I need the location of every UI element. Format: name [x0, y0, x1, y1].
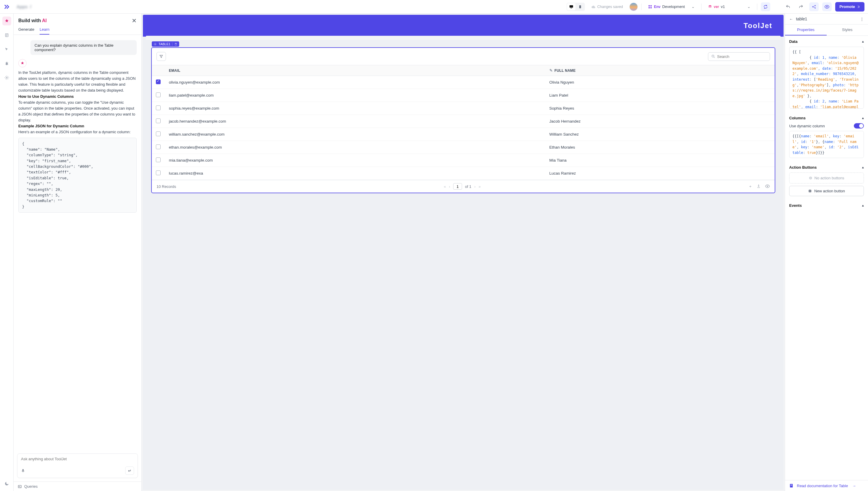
table-filter-button[interactable]	[156, 52, 166, 61]
book-icon	[789, 483, 794, 488]
queries-panel-toggle[interactable]: Queries	[13, 482, 142, 491]
cell-name: Jacob Hernandez	[545, 115, 775, 128]
cell-email: william.sanchez@example.com	[165, 128, 545, 141]
delete-widget-icon[interactable]	[172, 42, 178, 46]
new-action-button[interactable]: New action button	[789, 186, 864, 196]
app-logo[interactable]	[4, 3, 11, 10]
svg-rect-4	[650, 5, 652, 6]
row-checkbox[interactable]	[156, 106, 161, 110]
table-row[interactable]: olivia.nguyen@example.com Olivia Nguyen	[152, 76, 775, 89]
table-row[interactable]: ethan.morales@example.com Ethan Morales	[152, 141, 775, 154]
visibility-icon[interactable]	[765, 184, 770, 189]
gear-icon[interactable]	[154, 42, 157, 46]
section-events-header[interactable]: Events▴	[789, 203, 864, 208]
environment-selector[interactable]: Env Development ⌄	[645, 4, 698, 9]
rail-pages-button[interactable]	[2, 31, 11, 39]
props-back-button[interactable]: ←	[789, 17, 793, 21]
mic-icon[interactable]	[21, 468, 25, 473]
cell-name: Liam Patel	[545, 89, 775, 102]
table-search-input[interactable]	[717, 54, 767, 59]
props-menu-button[interactable]: ⋮	[860, 17, 864, 21]
table-row[interactable]: mia.tiana@example.com Mia Tiana	[152, 154, 775, 167]
ai-bot-icon	[18, 59, 27, 67]
chevron-down-icon: ⌄	[691, 4, 695, 9]
svg-rect-1	[570, 8, 572, 8]
pager-first-icon[interactable]: «	[444, 184, 446, 189]
ai-prompt-input[interactable]	[21, 457, 134, 461]
section-columns-header[interactable]: Columns▴	[789, 116, 864, 120]
ai-tab-learn[interactable]: Learn	[39, 27, 49, 34]
desktop-view-button[interactable]	[567, 3, 576, 10]
section-action-header[interactable]: Action Buttons▴	[789, 165, 864, 170]
top-toolbar: Apps / Changes saved Env Development ⌄ v…	[0, 0, 868, 13]
dynamic-column-toggle[interactable]	[854, 123, 864, 128]
data-code-editor[interactable]: {{ [ { id: 1, name: 'Olivia Nguyen', ema…	[789, 47, 864, 109]
record-count: 10 Records	[156, 184, 176, 189]
ai-bot-message: In the ToolJet platform, dynamic columns…	[18, 70, 137, 213]
version-selector[interactable]: ver v1 ⌄	[705, 4, 754, 9]
chevron-down-icon: ⌄	[747, 4, 750, 9]
close-ai-button[interactable]: ✕	[132, 17, 137, 24]
widget-selection-label: TABLE1	[152, 41, 179, 47]
promote-button[interactable]: Promote	[835, 2, 864, 11]
grid-icon	[648, 5, 652, 9]
svg-point-10	[826, 6, 828, 7]
row-checkbox[interactable]	[156, 80, 161, 84]
table-row[interactable]: william.sanchez@example.com William Sanc…	[152, 128, 775, 141]
pager-prev-icon[interactable]: ‹	[449, 184, 450, 189]
cell-name: Ethan Morales	[545, 141, 775, 154]
row-checkbox[interactable]	[156, 92, 161, 97]
send-icon[interactable]: ↵	[125, 466, 134, 475]
chevrons-right-icon	[857, 5, 860, 8]
redo-button[interactable]	[796, 2, 806, 11]
table-row[interactable]: jacob.hernandez@example.com Jacob Hernan…	[152, 115, 775, 128]
mobile-view-button[interactable]	[576, 3, 584, 10]
page-input[interactable]	[453, 183, 462, 190]
pager-last-icon[interactable]: »	[478, 184, 480, 189]
cell-email: lucas.ramirez@exa	[165, 167, 545, 180]
table-row[interactable]: sophia.reyes@example.com Sophia Reyes	[152, 102, 775, 115]
user-avatar[interactable]	[629, 3, 638, 11]
column-header-fullname[interactable]: ✎FULL NAME	[545, 65, 775, 76]
table-widget[interactable]: TABLE1	[151, 47, 775, 193]
cell-name: Sophia Reyes	[545, 102, 775, 115]
tab-properties[interactable]: Properties	[785, 25, 827, 35]
docs-link[interactable]: Read documentation for Table →	[785, 480, 868, 491]
svg-point-8	[815, 5, 816, 6]
table-search	[708, 52, 770, 61]
rail-ai-button[interactable]	[2, 17, 11, 25]
row-checkbox[interactable]	[156, 144, 161, 149]
pager-next-icon[interactable]: ›	[474, 184, 476, 189]
rail-inspect-button[interactable]	[2, 45, 11, 54]
row-checkbox[interactable]	[156, 132, 161, 136]
column-header-email[interactable]: EMAIL	[165, 65, 545, 76]
svg-rect-14	[23, 469, 24, 471]
cell-email: olivia.nguyen@example.com	[165, 76, 545, 89]
refresh-button[interactable]	[761, 2, 770, 11]
share-button[interactable]	[809, 2, 819, 11]
terminal-icon	[18, 485, 22, 489]
row-checkbox[interactable]	[156, 170, 161, 175]
arrow-right-icon: →	[852, 484, 856, 488]
download-icon[interactable]	[756, 184, 761, 189]
row-checkbox[interactable]	[156, 118, 161, 123]
section-data-header[interactable]: Data▴	[789, 39, 864, 44]
svg-rect-15	[18, 485, 22, 487]
ai-tab-generate[interactable]: Generate	[18, 27, 34, 34]
left-sidebar	[0, 13, 13, 491]
columns-code-editor[interactable]: {{[{name: 'email', key: 'email', id: '1'…	[789, 131, 864, 158]
preview-button[interactable]	[822, 2, 832, 11]
svg-point-9	[815, 7, 816, 8]
save-status: Changes saved	[588, 5, 626, 9]
undo-button[interactable]	[783, 2, 793, 11]
rail-theme-button[interactable]	[2, 479, 11, 488]
ai-panel: Build with AI ✕ Generate Learn Can you e…	[13, 13, 142, 491]
rail-settings-button[interactable]	[2, 73, 11, 82]
cell-name: William Sanchez	[545, 128, 775, 141]
rail-debug-button[interactable]	[2, 59, 11, 68]
row-checkbox[interactable]	[156, 157, 161, 162]
table-row[interactable]: liam.patel@example.com Liam Patel	[152, 89, 775, 102]
table-row[interactable]: lucas.ramirez@exa Lucas Ramirez	[152, 167, 775, 180]
tab-styles[interactable]: Styles	[827, 25, 868, 35]
add-row-icon[interactable]: ＋	[748, 184, 752, 189]
